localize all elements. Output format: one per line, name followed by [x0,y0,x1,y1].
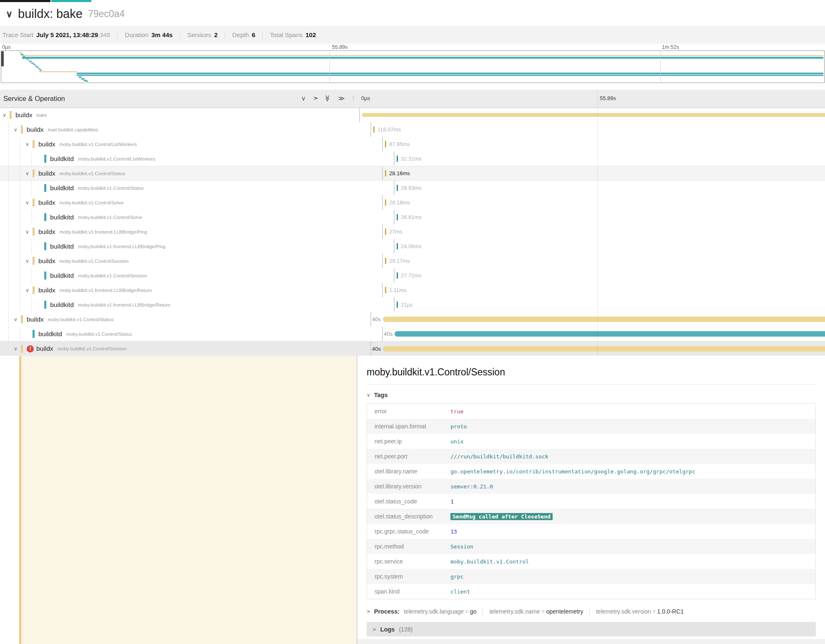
row-chevron-down-icon[interactable]: ∨ [25,288,33,293]
row-chevron-down-icon[interactable]: ∨ [25,200,33,205]
span-timeline-cell[interactable]: 28.18ms [382,195,825,210]
process-section-toggle[interactable]: ∨ Process: telemetry.sdk.language=gotele… [367,608,825,615]
service-color-bar [44,213,46,221]
span-duration-label: 29.17ms [389,258,410,264]
span-timeline-cell[interactable]: 40s [370,312,825,327]
span-row[interactable]: buildkitdmoby.buildkit.v1.Control/Sessio… [0,268,825,283]
row-chevron-down-icon[interactable]: ∨ [25,259,33,264]
span-row[interactable]: ∨!buildxmoby.buildkit.v1.Control/Session… [0,341,825,356]
collapse-all-icon[interactable]: ≫ [324,95,331,102]
span-row[interactable]: ∨buildxmoby.buildkit.v1.Control/Session2… [0,254,825,268]
span-detail-area: moby.buildkit.v1.Control/Session ∨ Tags … [0,356,825,644]
row-chevron-down-icon[interactable]: ∨ [25,171,33,176]
indent-guide [8,210,9,224]
span-operation-name: moby.buildkit.v1.Control/Session [58,346,127,351]
span-timeline-cell[interactable]: 26.81ms [394,210,825,224]
logs-section-toggle[interactable]: ∨ Logs (128) [367,622,816,636]
indent-guide [31,268,32,283]
span-timeline-cell[interactable]: 87.85ms [382,137,825,151]
tag-value: client [450,589,470,595]
service-color-bar [44,242,46,250]
row-chevron-down-icon[interactable]: ∨ [14,346,21,351]
equals-sign: = [652,609,655,614]
span-timeline-cell[interactable]: 21µs [394,297,825,312]
span-service-name: buildx [36,345,53,352]
span-timeline-cell[interactable]: 118.07ms [370,122,825,137]
expand-one-icon[interactable]: ∨ [312,96,318,101]
span-timeline-cell[interactable]: 1.11ms [382,283,825,297]
divider [225,31,225,39]
span-timeline-cell[interactable] [359,108,825,122]
span-detail-title: moby.buildkit.v1.Control/Session [367,367,825,378]
span-timeline-cell[interactable]: 40s [370,342,825,356]
indent-guide [20,239,20,254]
row-chevron-down-icon[interactable]: ∨ [25,229,33,234]
tag-row: errortrue [367,404,815,419]
span-tree-cell: buildkitdmoby.buildkit.v1.frontend.LLBBr… [0,297,394,312]
tag-key: span.kind [367,588,450,595]
process-items: telemetry.sdk.language=gotelemetry.sdk.n… [404,608,684,615]
span-tree-cell: buildkitdmoby.buildkit.v1.Control/Status [0,181,394,195]
span-row[interactable]: buildkitdmoby.buildkit.v1.frontend.LLBBr… [0,239,825,254]
indent-guide [8,166,9,180]
span-timeline-cell[interactable]: 40s [382,327,825,341]
tags-section-toggle[interactable]: ∨ Tags [367,392,825,398]
tag-key: rpc.system [367,573,450,580]
row-chevron-down-icon[interactable]: ∨ [14,127,21,132]
tag-key: rpc.grpc.status_code [367,528,450,535]
span-row[interactable]: buildkitdmoby.buildkit.v1.Control/ListWo… [0,151,825,166]
trace-minimap[interactable] [1,50,825,83]
span-row[interactable]: buildkitdmoby.buildkit.v1.Control/Solve2… [0,210,825,224]
span-row[interactable]: ∨buildxmoby.buildkit.v1.Control/Solve28.… [0,195,825,210]
span-timeline-cell[interactable]: 27ms [382,224,825,239]
span-timeline-cell[interactable]: 27.72ms [394,268,825,283]
span-row[interactable]: ∨buildxbake [0,108,825,122]
expand-all-icon[interactable]: ≫ [338,95,345,101]
tag-key: internal.span.format [367,423,450,430]
span-operation-name: moby.buildkit.v1.Control/Solve [60,200,124,205]
trace-collapse-chevron-icon[interactable]: ∨ [6,10,13,19]
span-row[interactable]: ∨buildxmoby.buildkit.v1.frontend.LLBBrid… [0,283,825,297]
span-service-name: buildkitd [50,214,74,221]
span-service-name: buildx [38,257,55,265]
span-timeline-cell[interactable]: 32.31ms [394,151,825,166]
indent-guide [8,342,9,356]
span-operation-name: moby.buildkit.v1.frontend.LLBBridge/Retu… [78,302,171,307]
span-row[interactable]: ∨buildxmoby.buildkit.v1.frontend.LLBBrid… [0,224,825,239]
span-timeline-cell[interactable]: 24.06ms [394,239,825,254]
service-color-bar [44,272,46,279]
span-row[interactable]: buildkitdmoby.buildkit.v1.frontend.LLBBr… [0,297,825,312]
trace-info-bar: Trace Start July 5 2021, 13:48:29 .345 D… [0,26,825,44]
span-timeline-cell[interactable]: 26.93ms [394,181,825,195]
indent-guide [8,224,9,239]
row-chevron-down-icon[interactable]: ∨ [25,142,33,147]
indent-guide [20,195,20,210]
span-operation-name: moby.buildkit.v1.Control/Session [60,259,129,264]
span-tree-cell: ∨buildxload buildkit capabilities [0,122,370,137]
span-row[interactable]: ∨buildxmoby.buildkit.v1.Control/Status28… [0,166,825,181]
span-operation-name: moby.buildkit.v1.Control/Status [66,332,132,337]
indent-guide [31,151,32,166]
divider [262,31,263,39]
depth-value: 6 [252,31,255,38]
trace-start-ms: .345 [98,31,110,38]
span-timeline-cell[interactable]: 28.16ms [382,166,825,180]
tag-row: rpc.grpc.status_code13 [367,524,815,539]
span-row[interactable]: buildkitdmoby.buildkit.v1.Control/Status… [0,327,825,341]
service-color-bar [33,169,35,177]
span-operation-name: moby.buildkit.v1.frontend.LLBBridge/Ping [60,229,147,234]
span-tree-cell: ∨buildxmoby.buildkit.v1.frontend.LLBBrid… [0,283,382,297]
indent-guide [31,181,32,195]
indent-guide [20,166,20,180]
collapse-one-icon[interactable]: ∨ [301,95,306,101]
span-row[interactable]: ∨buildxmoby.buildkit.v1.Control/Status40… [0,312,825,327]
row-chevron-down-icon[interactable]: ∨ [14,317,21,322]
span-duration-label: 27.72ms [401,272,422,279]
indent-guide [8,181,9,195]
span-row[interactable]: ∨buildxmoby.buildkit.v1.Control/ListWork… [0,137,825,151]
span-row[interactable]: buildkitdmoby.buildkit.v1.Control/Status… [0,181,825,195]
span-timeline-cell[interactable]: 29.17ms [382,254,825,268]
row-chevron-down-icon[interactable]: ∨ [3,113,10,118]
span-row[interactable]: ∨buildxload buildkit capabilities118.07m… [0,122,825,137]
panel-resize-grip-icon[interactable]: ⁞ [352,95,353,102]
